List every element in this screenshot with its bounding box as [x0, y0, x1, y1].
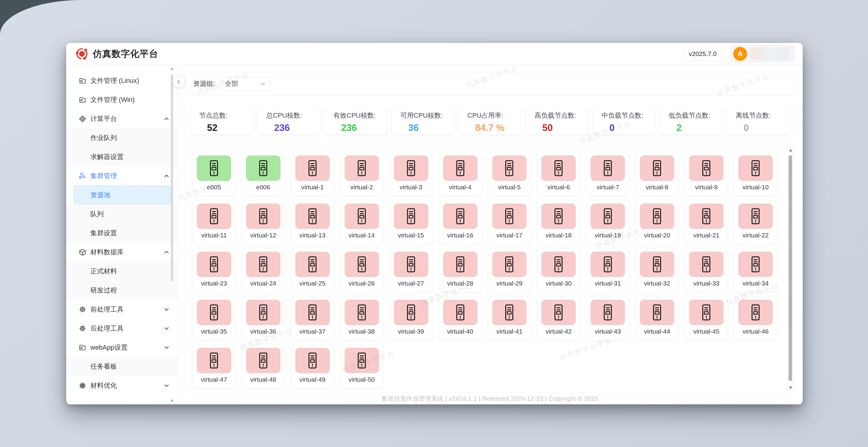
node-card[interactable]: virtual-4: [439, 152, 482, 196]
sidebar-scrollbar[interactable]: [170, 67, 174, 402]
sidebar-item[interactable]: 正式材料: [66, 262, 178, 281]
node-card[interactable]: virtual-10: [734, 152, 777, 196]
node-card[interactable]: virtual-45: [685, 296, 728, 340]
node-card[interactable]: virtual-15: [390, 200, 433, 244]
node-card[interactable]: virtual-25: [291, 248, 334, 292]
filter-bar: 资源组: 全部: [185, 72, 795, 95]
node-card[interactable]: virtual-17: [488, 200, 531, 244]
scroll-down-icon[interactable]: [789, 387, 793, 389]
node-status-tile: [640, 204, 674, 229]
node-card[interactable]: virtual-27: [390, 248, 433, 292]
node-card[interactable]: virtual-43: [586, 296, 629, 340]
avatar[interactable]: A: [733, 47, 747, 61]
node-name: virtual-29: [488, 280, 531, 287]
node-card[interactable]: virtual-21: [685, 200, 728, 244]
sidebar-item[interactable]: 文件管理 (Linux): [66, 71, 178, 90]
node-card[interactable]: virtual-8: [636, 152, 679, 196]
sidebar-item[interactable]: 文件管理 (Win): [66, 90, 178, 109]
node-card[interactable]: virtual-20: [636, 200, 679, 244]
node-card[interactable]: virtual-18: [537, 200, 580, 244]
node-card[interactable]: virtual-31: [586, 248, 629, 292]
node-name: virtual-4: [439, 184, 482, 191]
node-card[interactable]: virtual-11: [192, 200, 236, 244]
node-card[interactable]: virtual-37: [291, 296, 334, 340]
sidebar-item[interactable]: 计算平台: [66, 109, 178, 128]
grid-scrollbar[interactable]: [787, 147, 793, 391]
sidebar-item[interactable]: 材料数据库: [66, 243, 178, 262]
node-card[interactable]: virtual-40: [439, 296, 482, 340]
server-icon: [602, 208, 614, 225]
node-status-tile: [492, 204, 527, 229]
node-card[interactable]: virtual-49: [291, 344, 334, 388]
node-status-tile: [443, 155, 477, 181]
sidebar-item[interactable]: 集群管理: [66, 166, 178, 185]
scroll-up-icon[interactable]: [789, 149, 793, 151]
node-name: virtual-35: [193, 328, 235, 335]
server-icon: [257, 304, 269, 321]
sidebar-item[interactable]: 任务看板: [66, 357, 178, 376]
sidebar-collapse-button[interactable]: [173, 76, 185, 88]
sidebar-scrollbar-thumb[interactable]: [171, 74, 173, 281]
sidebar-item[interactable]: 材料优化: [66, 376, 178, 395]
node-status-tile: [738, 251, 773, 277]
sidebar-item[interactable]: 研发过程: [66, 281, 178, 300]
node-card[interactable]: virtual-3: [390, 152, 433, 196]
server-icon: [503, 160, 515, 176]
node-card[interactable]: virtual-6: [537, 152, 580, 196]
node-card[interactable]: virtual-24: [242, 248, 285, 292]
node-card[interactable]: virtual-46: [734, 296, 777, 340]
node-card[interactable]: e006: [242, 152, 285, 196]
node-card[interactable]: virtual-13: [291, 200, 334, 244]
node-card[interactable]: virtual-38: [340, 296, 383, 340]
node-card[interactable]: virtual-34: [734, 248, 777, 292]
node-card[interactable]: virtual-29: [488, 248, 531, 292]
node-card[interactable]: virtual-33: [685, 248, 728, 292]
sidebar-item[interactable]: 前处理工具: [66, 300, 178, 319]
node-card[interactable]: virtual-2: [340, 152, 383, 196]
scroll-down-icon[interactable]: [170, 400, 174, 402]
node-name: virtual-17: [488, 232, 531, 239]
node-name: virtual-15: [390, 232, 432, 239]
node-card[interactable]: virtual-32: [636, 248, 679, 292]
node-status-tile: [345, 251, 379, 277]
node-card[interactable]: virtual-1: [291, 152, 334, 196]
node-card[interactable]: virtual-39: [390, 296, 433, 340]
sidebar-item[interactable]: 作业队列: [66, 128, 178, 147]
node-card[interactable]: virtual-28: [439, 248, 482, 292]
grid-scrollbar-thumb[interactable]: [788, 155, 792, 381]
node-card[interactable]: virtual-19: [586, 200, 629, 244]
sidebar-item[interactable]: 集群设置: [66, 224, 178, 243]
node-name: virtual-46: [735, 328, 777, 335]
sidebar-item[interactable]: 后处理工具: [66, 319, 178, 338]
atom-icon: [78, 381, 87, 390]
node-card[interactable]: virtual-5: [488, 152, 531, 196]
node-card[interactable]: virtual-44: [636, 296, 679, 340]
node-status-tile: [394, 300, 428, 325]
sidebar-item[interactable]: 求解器设置: [66, 147, 178, 166]
node-card[interactable]: virtual-48: [242, 344, 285, 388]
node-card[interactable]: virtual-35: [192, 296, 236, 340]
node-card[interactable]: virtual-7: [586, 152, 629, 196]
user-menu[interactable]: A: [730, 45, 795, 63]
node-card[interactable]: virtual-41: [488, 296, 531, 340]
node-card[interactable]: virtual-50: [340, 344, 383, 388]
sidebar-item[interactable]: 资源池: [73, 185, 171, 204]
resource-group-select[interactable]: 全部: [220, 77, 271, 91]
node-card[interactable]: e005: [192, 152, 236, 196]
node-card[interactable]: virtual-16: [439, 200, 482, 244]
node-card[interactable]: virtual-14: [340, 200, 383, 244]
node-card[interactable]: virtual-22: [734, 200, 777, 244]
node-card[interactable]: virtual-42: [537, 296, 580, 340]
node-card[interactable]: virtual-9: [685, 152, 728, 196]
scroll-up-icon[interactable]: [170, 67, 174, 70]
resource-pool-panel: e005: [185, 146, 795, 393]
node-card[interactable]: virtual-47: [192, 344, 236, 388]
sidebar-item[interactable]: 队列: [66, 204, 178, 224]
node-card[interactable]: virtual-36: [242, 296, 285, 340]
node-card[interactable]: virtual-12: [242, 200, 285, 244]
node-card[interactable]: virtual-26: [340, 248, 383, 292]
node-status-tile: [738, 155, 773, 181]
sidebar-item[interactable]: webApp设置: [66, 338, 178, 357]
node-card[interactable]: virtual-30: [537, 248, 580, 292]
node-card[interactable]: virtual-23: [192, 248, 236, 292]
